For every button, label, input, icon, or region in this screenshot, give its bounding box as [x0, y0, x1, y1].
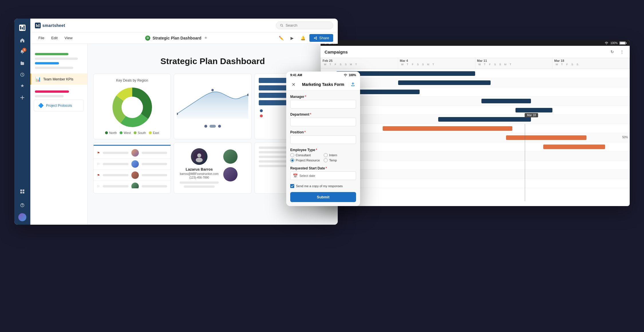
day-m1: M: [348, 63, 353, 66]
sidebar-bell-icon[interactable]: 3: [18, 47, 27, 56]
view-menu-item[interactable]: View: [61, 32, 76, 44]
svg-rect-11: [36, 24, 37, 27]
slider-dot-2[interactable]: [218, 125, 221, 128]
share-button[interactable]: Share: [309, 34, 333, 42]
star-favorite-icon[interactable]: [204, 36, 208, 40]
search-icon: [280, 24, 283, 27]
present-action-btn[interactable]: ▶: [288, 34, 296, 42]
date-placeholder: Select date: [299, 174, 315, 177]
department-label: Department *: [290, 112, 356, 116]
bar-blue-4: [259, 100, 287, 105]
day-s7: S: [570, 63, 575, 66]
list-row-4: ⚐: [94, 181, 171, 188]
sidebar-home-icon[interactable]: [18, 36, 27, 45]
file-menu-item[interactable]: File: [35, 32, 48, 44]
sidebar-plus-icon[interactable]: [18, 93, 27, 102]
gantt-window: 9:41 AM 100% Campaigns ↻ ⋮: [321, 40, 630, 206]
line-3b: [142, 174, 167, 176]
gantt-row-2: [321, 78, 630, 87]
manager-input[interactable]: [290, 100, 356, 108]
edit-menu-item[interactable]: Edit: [48, 32, 61, 44]
dashboard-tab-title: Strategic Plan Dashboard: [153, 36, 201, 40]
contact-widget-inner: Lazarus Barros barros@MBFconstruction.co…: [174, 143, 251, 193]
position-input[interactable]: [290, 135, 356, 144]
day-f1: F: [333, 63, 338, 66]
dashboard-title-area: Strategic Plan Dashboard: [88, 44, 338, 74]
gantt-month-feb-label: Feb 25: [323, 59, 396, 62]
sidebar-logo[interactable]: [18, 23, 27, 32]
close-form-button[interactable]: ✕: [290, 81, 297, 88]
slider-track[interactable]: [210, 125, 216, 128]
gantt-rows: Mar 18 50%: [321, 69, 630, 201]
user-avatar[interactable]: [18, 213, 26, 221]
sidebar-help-icon[interactable]: [18, 201, 27, 210]
gantt-action-buttons: ↻ ⋮: [609, 48, 626, 56]
gantt-days-mar11: W T F S S M T: [477, 63, 551, 66]
form-title: Marketing Tasks Form: [297, 82, 350, 87]
sidebar-star-icon[interactable]: [18, 82, 27, 91]
line-1b: [142, 152, 167, 154]
flag-icon-4: ⚐: [97, 185, 100, 188]
legend-south: South: [134, 131, 146, 135]
gantt-row-12: [321, 170, 630, 179]
day-t3: T: [405, 63, 410, 66]
notify-action-btn[interactable]: 🔔: [299, 34, 307, 42]
svg-rect-1: [20, 26, 21, 29]
day-t5: T: [482, 63, 487, 66]
radio-temp[interactable]: Temp: [324, 158, 356, 162]
upload-icon: [351, 82, 355, 86]
toolbar-menu: File Edit View: [35, 32, 76, 44]
gantt-row-5: [321, 106, 630, 115]
avatar-3: [131, 171, 139, 179]
svg-rect-12: [37, 25, 38, 27]
mobile-status-bar: 9:41 AM 100%: [286, 72, 360, 78]
form-share-icon[interactable]: [350, 81, 356, 88]
gantt-row-8: 50%: [321, 133, 630, 142]
gantt-row-6: [321, 115, 630, 124]
side-nav-item-kpis[interactable]: 📊 Team Member KPIs: [30, 74, 87, 85]
radio-circle-temp: [324, 158, 328, 162]
submit-button[interactable]: Submit: [290, 192, 356, 202]
day-w3: W: [477, 63, 482, 66]
day-s2: S: [343, 63, 348, 66]
checkbox-row[interactable]: Send me a copy of my responses: [290, 184, 356, 188]
day-t2: T: [353, 63, 359, 66]
radio-intern[interactable]: Intern: [324, 153, 356, 157]
radio-consultant[interactable]: Consultant: [290, 153, 323, 157]
list-row-2: ⚐: [94, 159, 171, 170]
day-t4: T: [431, 63, 436, 66]
svg-rect-3: [23, 25, 25, 30]
department-input[interactable]: [290, 118, 356, 126]
edit-action-btn[interactable]: ✏️: [277, 34, 285, 42]
manager-required: *: [305, 95, 306, 99]
list-widget-inner: ⚑ ⚐ ⚑: [94, 143, 171, 188]
svg-point-10: [22, 206, 23, 207]
gantt-row-4: [321, 96, 630, 106]
contact-avatar-3: [223, 167, 238, 181]
gantt-header: Campaigns ↻ ⋮: [321, 46, 630, 58]
gantt-more-button[interactable]: ⋮: [618, 48, 626, 56]
slider-dot-1[interactable]: [204, 125, 207, 128]
list-row-3: ⚑: [94, 170, 171, 181]
sidebar-clock-icon[interactable]: [18, 70, 27, 79]
side-nav-item-protocols[interactable]: 🔷 Project Protocols: [34, 100, 84, 111]
search-bar[interactable]: [276, 21, 333, 29]
gantt-bar-7: [383, 126, 512, 131]
sidebar-apps-icon[interactable]: [18, 187, 27, 196]
legend-dot-west: [120, 131, 123, 134]
gantt-bar-5: [515, 108, 552, 112]
sidebar-folder-icon[interactable]: [18, 59, 27, 68]
search-input[interactable]: [286, 23, 329, 27]
gantt-row-7: Mar 18: [321, 124, 630, 133]
donut-chart-widget: Key Deals by Region: [93, 74, 171, 139]
app-name: smartsheet: [42, 23, 65, 28]
checkbox-icon: [290, 184, 294, 188]
gantt-refresh-button[interactable]: ↻: [609, 48, 616, 56]
date-picker[interactable]: 📅 Select date: [290, 171, 356, 180]
gantt-row-3: [321, 87, 630, 96]
radio-project-resource[interactable]: Project Resource: [290, 158, 323, 162]
gantt-row-11: [321, 161, 630, 170]
share-icon: [313, 36, 317, 40]
gantt-battery-pct: 100%: [610, 42, 618, 45]
svg-rect-7: [20, 192, 22, 193]
